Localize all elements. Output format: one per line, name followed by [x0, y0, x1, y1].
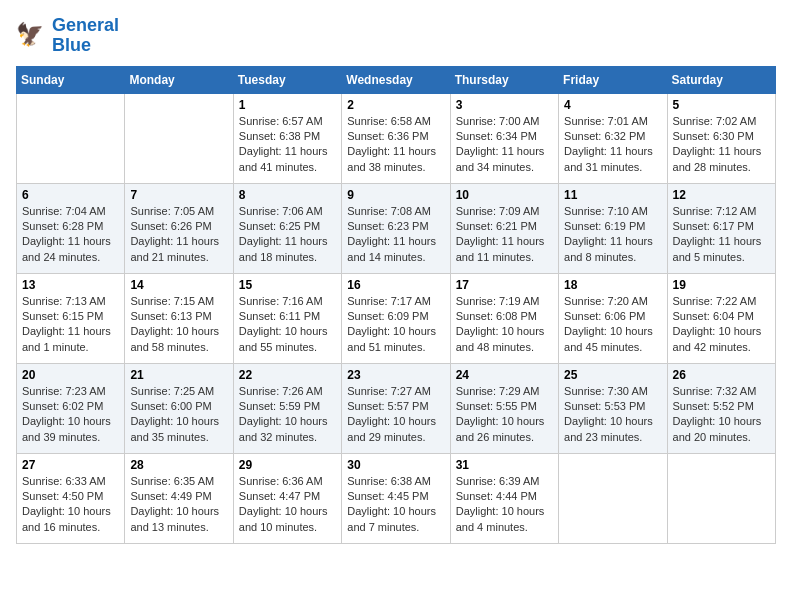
- calendar-cell: [125, 93, 233, 183]
- calendar-cell: 1Sunrise: 6:57 AM Sunset: 6:38 PM Daylig…: [233, 93, 341, 183]
- logo-icon: 🦅: [16, 20, 48, 52]
- calendar-cell: 21Sunrise: 7:25 AM Sunset: 6:00 PM Dayli…: [125, 363, 233, 453]
- calendar-cell: 25Sunrise: 7:30 AM Sunset: 5:53 PM Dayli…: [559, 363, 667, 453]
- day-header-saturday: Saturday: [667, 66, 775, 93]
- calendar-cell: 24Sunrise: 7:29 AM Sunset: 5:55 PM Dayli…: [450, 363, 558, 453]
- day-number: 10: [456, 188, 553, 202]
- day-number: 2: [347, 98, 444, 112]
- day-info: Sunrise: 7:27 AM Sunset: 5:57 PM Dayligh…: [347, 384, 444, 446]
- week-row-1: 1Sunrise: 6:57 AM Sunset: 6:38 PM Daylig…: [17, 93, 776, 183]
- day-info: Sunrise: 6:38 AM Sunset: 4:45 PM Dayligh…: [347, 474, 444, 536]
- day-info: Sunrise: 7:19 AM Sunset: 6:08 PM Dayligh…: [456, 294, 553, 356]
- day-number: 21: [130, 368, 227, 382]
- calendar-cell: 12Sunrise: 7:12 AM Sunset: 6:17 PM Dayli…: [667, 183, 775, 273]
- day-info: Sunrise: 6:36 AM Sunset: 4:47 PM Dayligh…: [239, 474, 336, 536]
- day-number: 20: [22, 368, 119, 382]
- calendar-cell: 30Sunrise: 6:38 AM Sunset: 4:45 PM Dayli…: [342, 453, 450, 543]
- calendar-cell: 7Sunrise: 7:05 AM Sunset: 6:26 PM Daylig…: [125, 183, 233, 273]
- calendar-cell: 8Sunrise: 7:06 AM Sunset: 6:25 PM Daylig…: [233, 183, 341, 273]
- calendar-table: SundayMondayTuesdayWednesdayThursdayFrid…: [16, 66, 776, 544]
- day-number: 23: [347, 368, 444, 382]
- day-header-thursday: Thursday: [450, 66, 558, 93]
- calendar-cell: 3Sunrise: 7:00 AM Sunset: 6:34 PM Daylig…: [450, 93, 558, 183]
- calendar-cell: 9Sunrise: 7:08 AM Sunset: 6:23 PM Daylig…: [342, 183, 450, 273]
- calendar-cell: 16Sunrise: 7:17 AM Sunset: 6:09 PM Dayli…: [342, 273, 450, 363]
- day-number: 22: [239, 368, 336, 382]
- day-info: Sunrise: 7:13 AM Sunset: 6:15 PM Dayligh…: [22, 294, 119, 356]
- day-info: Sunrise: 7:25 AM Sunset: 6:00 PM Dayligh…: [130, 384, 227, 446]
- day-number: 28: [130, 458, 227, 472]
- calendar-cell: 18Sunrise: 7:20 AM Sunset: 6:06 PM Dayli…: [559, 273, 667, 363]
- calendar-cell: 11Sunrise: 7:10 AM Sunset: 6:19 PM Dayli…: [559, 183, 667, 273]
- day-number: 30: [347, 458, 444, 472]
- day-header-wednesday: Wednesday: [342, 66, 450, 93]
- day-number: 18: [564, 278, 661, 292]
- calendar-cell: 19Sunrise: 7:22 AM Sunset: 6:04 PM Dayli…: [667, 273, 775, 363]
- day-info: Sunrise: 7:10 AM Sunset: 6:19 PM Dayligh…: [564, 204, 661, 266]
- day-info: Sunrise: 7:08 AM Sunset: 6:23 PM Dayligh…: [347, 204, 444, 266]
- day-header-friday: Friday: [559, 66, 667, 93]
- day-number: 7: [130, 188, 227, 202]
- calendar-header: SundayMondayTuesdayWednesdayThursdayFrid…: [17, 66, 776, 93]
- calendar-cell: 22Sunrise: 7:26 AM Sunset: 5:59 PM Dayli…: [233, 363, 341, 453]
- day-info: Sunrise: 7:17 AM Sunset: 6:09 PM Dayligh…: [347, 294, 444, 356]
- day-info: Sunrise: 7:32 AM Sunset: 5:52 PM Dayligh…: [673, 384, 770, 446]
- day-info: Sunrise: 6:57 AM Sunset: 6:38 PM Dayligh…: [239, 114, 336, 176]
- day-info: Sunrise: 7:06 AM Sunset: 6:25 PM Dayligh…: [239, 204, 336, 266]
- day-number: 19: [673, 278, 770, 292]
- calendar-cell: 29Sunrise: 6:36 AM Sunset: 4:47 PM Dayli…: [233, 453, 341, 543]
- day-number: 8: [239, 188, 336, 202]
- calendar-cell: 6Sunrise: 7:04 AM Sunset: 6:28 PM Daylig…: [17, 183, 125, 273]
- day-info: Sunrise: 7:01 AM Sunset: 6:32 PM Dayligh…: [564, 114, 661, 176]
- day-info: Sunrise: 7:23 AM Sunset: 6:02 PM Dayligh…: [22, 384, 119, 446]
- week-row-2: 6Sunrise: 7:04 AM Sunset: 6:28 PM Daylig…: [17, 183, 776, 273]
- calendar-cell: [17, 93, 125, 183]
- day-number: 31: [456, 458, 553, 472]
- day-info: Sunrise: 6:58 AM Sunset: 6:36 PM Dayligh…: [347, 114, 444, 176]
- calendar-cell: 14Sunrise: 7:15 AM Sunset: 6:13 PM Dayli…: [125, 273, 233, 363]
- day-info: Sunrise: 7:22 AM Sunset: 6:04 PM Dayligh…: [673, 294, 770, 356]
- day-info: Sunrise: 7:29 AM Sunset: 5:55 PM Dayligh…: [456, 384, 553, 446]
- day-info: Sunrise: 7:12 AM Sunset: 6:17 PM Dayligh…: [673, 204, 770, 266]
- calendar-cell: 13Sunrise: 7:13 AM Sunset: 6:15 PM Dayli…: [17, 273, 125, 363]
- day-number: 14: [130, 278, 227, 292]
- day-header-sunday: Sunday: [17, 66, 125, 93]
- calendar-cell: 17Sunrise: 7:19 AM Sunset: 6:08 PM Dayli…: [450, 273, 558, 363]
- day-number: 15: [239, 278, 336, 292]
- week-row-3: 13Sunrise: 7:13 AM Sunset: 6:15 PM Dayli…: [17, 273, 776, 363]
- day-number: 4: [564, 98, 661, 112]
- logo-text: GeneralBlue: [52, 16, 119, 56]
- day-info: Sunrise: 7:05 AM Sunset: 6:26 PM Dayligh…: [130, 204, 227, 266]
- svg-text:🦅: 🦅: [16, 21, 44, 48]
- day-info: Sunrise: 7:02 AM Sunset: 6:30 PM Dayligh…: [673, 114, 770, 176]
- calendar-cell: 4Sunrise: 7:01 AM Sunset: 6:32 PM Daylig…: [559, 93, 667, 183]
- calendar-cell: 2Sunrise: 6:58 AM Sunset: 6:36 PM Daylig…: [342, 93, 450, 183]
- day-info: Sunrise: 7:04 AM Sunset: 6:28 PM Dayligh…: [22, 204, 119, 266]
- day-info: Sunrise: 7:16 AM Sunset: 6:11 PM Dayligh…: [239, 294, 336, 356]
- day-number: 11: [564, 188, 661, 202]
- day-number: 12: [673, 188, 770, 202]
- day-info: Sunrise: 6:35 AM Sunset: 4:49 PM Dayligh…: [130, 474, 227, 536]
- day-info: Sunrise: 7:09 AM Sunset: 6:21 PM Dayligh…: [456, 204, 553, 266]
- day-header-tuesday: Tuesday: [233, 66, 341, 93]
- day-info: Sunrise: 7:00 AM Sunset: 6:34 PM Dayligh…: [456, 114, 553, 176]
- calendar-cell: 28Sunrise: 6:35 AM Sunset: 4:49 PM Dayli…: [125, 453, 233, 543]
- day-info: Sunrise: 6:39 AM Sunset: 4:44 PM Dayligh…: [456, 474, 553, 536]
- day-number: 3: [456, 98, 553, 112]
- calendar-cell: [667, 453, 775, 543]
- calendar-cell: 5Sunrise: 7:02 AM Sunset: 6:30 PM Daylig…: [667, 93, 775, 183]
- day-number: 5: [673, 98, 770, 112]
- day-number: 17: [456, 278, 553, 292]
- day-number: 26: [673, 368, 770, 382]
- calendar-cell: 20Sunrise: 7:23 AM Sunset: 6:02 PM Dayli…: [17, 363, 125, 453]
- page-header: 🦅 GeneralBlue: [16, 16, 776, 56]
- calendar-cell: 31Sunrise: 6:39 AM Sunset: 4:44 PM Dayli…: [450, 453, 558, 543]
- calendar-cell: 15Sunrise: 7:16 AM Sunset: 6:11 PM Dayli…: [233, 273, 341, 363]
- day-number: 16: [347, 278, 444, 292]
- calendar-cell: 10Sunrise: 7:09 AM Sunset: 6:21 PM Dayli…: [450, 183, 558, 273]
- day-number: 9: [347, 188, 444, 202]
- day-number: 13: [22, 278, 119, 292]
- day-number: 25: [564, 368, 661, 382]
- logo: 🦅 GeneralBlue: [16, 16, 119, 56]
- day-number: 6: [22, 188, 119, 202]
